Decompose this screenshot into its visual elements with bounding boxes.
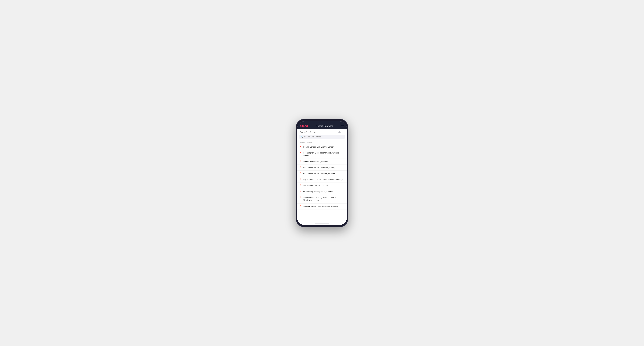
list-item[interactable]: 📍North Middlesex GC (1011942 - North Mid… [297, 195, 347, 203]
menu-icon[interactable] [341, 125, 344, 127]
pin-icon: 📍 [300, 178, 302, 180]
list-item[interactable]: 📍Royal Wimbledon GC, Great London Author… [297, 177, 347, 183]
course-name: Richmond Park GC - Duke's, London [303, 172, 335, 175]
app-logo: clippd [300, 125, 308, 128]
course-name: Roehampton Club - Roehampton, Greater Lo… [303, 152, 344, 157]
course-name: Central London Golf Centre, London [303, 146, 334, 148]
list-item[interactable]: 📍Roehampton Club - Roehampton, Greater L… [297, 150, 347, 159]
list-item[interactable]: 📍London Scottish GC, London [297, 159, 347, 165]
course-name: London Scottish GC, London [303, 160, 328, 163]
list-item[interactable]: 📍Brent Valley Municipal GC, London [297, 189, 347, 195]
course-name: North Middlesex GC (1011942 - North Midd… [303, 196, 344, 202]
course-name: Coombe Hill GC, Kingston upon Thames [303, 205, 338, 208]
list-item[interactable]: 📍Coombe Hill GC, Kingston upon Thames [297, 203, 347, 209]
list-item[interactable]: 📍Central London Golf Centre, London [297, 144, 347, 150]
pin-icon: 📍 [300, 152, 302, 154]
app-header: clippd Recent Searches [297, 121, 347, 129]
home-bar [315, 223, 329, 223]
course-name: Brent Valley Municipal GC, London [303, 190, 333, 193]
list-item[interactable]: 📍Dukes Meadows GC, London [297, 183, 347, 189]
home-indicator [297, 222, 347, 225]
courses-list: 📍Central London Golf Centre, London📍Roeh… [297, 144, 347, 222]
pin-icon: 📍 [300, 146, 302, 148]
search-icon: 🔍 [301, 136, 303, 138]
list-item[interactable]: 📍Richmond Park GC - Duke's, London [297, 171, 347, 176]
pin-icon: 📍 [300, 196, 302, 198]
pin-icon: 📍 [300, 205, 302, 207]
phone-frame: clippd Recent Searches Find a Golf Cours… [296, 119, 348, 227]
menu-line-1 [341, 125, 344, 125]
find-bar: Find a Golf Course Cancel [297, 129, 347, 135]
search-container: 🔍 [297, 135, 347, 140]
pin-icon: 📍 [300, 184, 302, 186]
header-title: Recent Searches [316, 125, 334, 127]
phone-screen: clippd Recent Searches Find a Golf Cours… [297, 121, 347, 225]
pin-icon: 📍 [300, 161, 302, 163]
menu-line-2 [341, 126, 344, 126]
notch [315, 119, 329, 121]
search-input[interactable] [304, 136, 343, 138]
pin-icon: 📍 [300, 167, 302, 168]
cancel-button[interactable]: Cancel [338, 131, 344, 133]
main-content: Find a Golf Course Cancel 🔍 Nearby cours… [297, 129, 347, 222]
nearby-section-header: Nearby courses [297, 140, 347, 144]
course-name: Royal Wimbledon GC, Great London Authori… [303, 178, 342, 181]
search-box: 🔍 [299, 135, 345, 139]
menu-line-3 [341, 127, 344, 127]
list-item[interactable]: 📍Richmond Park GC - Prince's, Surrey [297, 165, 347, 171]
find-label: Find a Golf Course [300, 131, 316, 133]
course-name: Dukes Meadows GC, London [303, 184, 328, 187]
course-name: Richmond Park GC - Prince's, Surrey [303, 166, 335, 169]
pin-icon: 📍 [300, 173, 302, 174]
pin-icon: 📍 [300, 190, 302, 192]
